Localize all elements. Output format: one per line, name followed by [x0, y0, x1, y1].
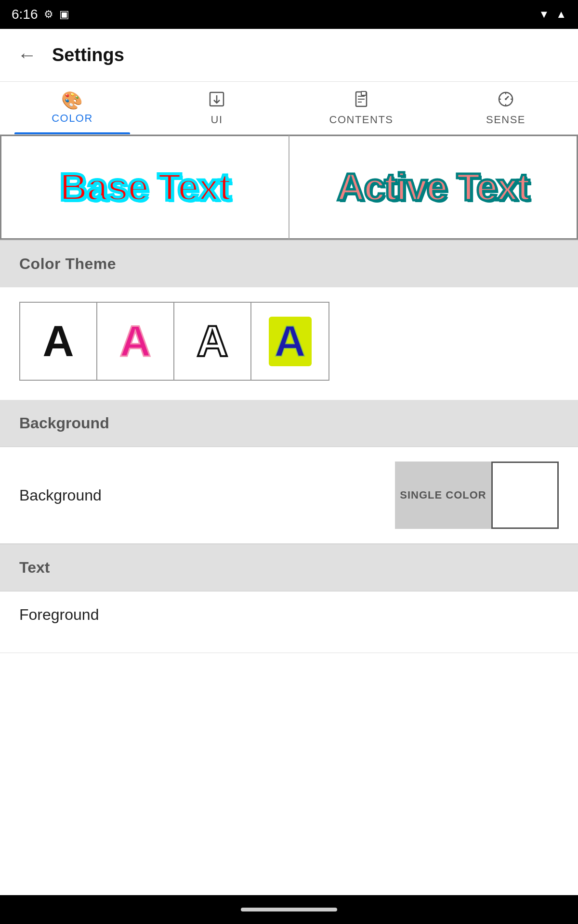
theme-pink-letter: A [120, 317, 151, 366]
tab-ui[interactable]: UI [144, 82, 289, 134]
home-indicator [241, 908, 337, 911]
tab-color[interactable]: 🎨 COLOR [0, 82, 144, 134]
sim-status-icon: ▣ [59, 8, 69, 21]
color-tab-label: COLOR [52, 112, 93, 125]
single-color-option[interactable]: SINGLE COLOR [395, 462, 491, 529]
theme-plain-letter: A [43, 317, 74, 366]
white-color-swatch[interactable] [491, 462, 559, 529]
base-text-preview[interactable]: Base Text [0, 135, 289, 240]
contents-tab-icon [353, 90, 370, 111]
status-bar: 6:16 ⚙ ▣ ▼ ▲ [0, 0, 578, 29]
theme-option-yellow[interactable]: A [251, 303, 328, 380]
theme-option-outline[interactable]: A [174, 303, 251, 380]
theme-yellow-letter: A [269, 317, 312, 366]
contents-tab-label: CONTENTS [329, 114, 394, 126]
background-row: Background SINGLE COLOR [0, 447, 578, 544]
status-bar-left: 6:16 ⚙ ▣ [12, 7, 69, 22]
theme-options: A A A A [19, 302, 329, 381]
wifi-icon: ▼ [539, 8, 549, 21]
color-theme-section-header: Color Theme [0, 241, 578, 287]
tab-contents[interactable]: CONTENTS [289, 82, 434, 134]
color-tab-icon: 🎨 [61, 92, 83, 109]
tab-sense[interactable]: SENSE [434, 82, 578, 134]
color-theme-container: A A A A [0, 287, 578, 400]
active-text-display: Active Text [337, 165, 529, 209]
sense-tab-label: SENSE [486, 114, 525, 126]
background-section-header: Background [0, 400, 578, 447]
tab-bar: 🎨 COLOR UI CONTENTS [0, 82, 578, 135]
preview-section: Base Text Active Text [0, 135, 578, 241]
foreground-row-label: Foreground [19, 606, 559, 624]
svg-point-13 [505, 98, 507, 100]
text-section-header: Text [0, 544, 578, 591]
bottom-bar [0, 895, 578, 924]
sense-tab-icon [497, 90, 514, 111]
theme-option-plain[interactable]: A [20, 303, 97, 380]
svg-rect-6 [361, 91, 366, 95]
status-bar-right: ▼ ▲ [539, 8, 566, 21]
base-text-display: Base Text [60, 165, 230, 209]
signal-icon: ▲ [556, 8, 566, 21]
background-options: SINGLE COLOR [395, 462, 559, 529]
page-title: Settings [52, 45, 124, 65]
settings-status-icon: ⚙ [44, 8, 53, 21]
foreground-row: Foreground [0, 591, 578, 653]
app-bar: ← Settings [0, 29, 578, 82]
theme-option-pink[interactable]: A [97, 303, 174, 380]
back-button[interactable]: ← [13, 40, 40, 70]
ui-tab-label: UI [211, 114, 223, 126]
theme-outline-letter: A [197, 317, 228, 366]
background-row-label: Background [19, 487, 102, 504]
active-text-preview[interactable]: Active Text [289, 135, 578, 240]
time-display: 6:16 [12, 7, 38, 22]
ui-tab-icon [208, 90, 225, 111]
